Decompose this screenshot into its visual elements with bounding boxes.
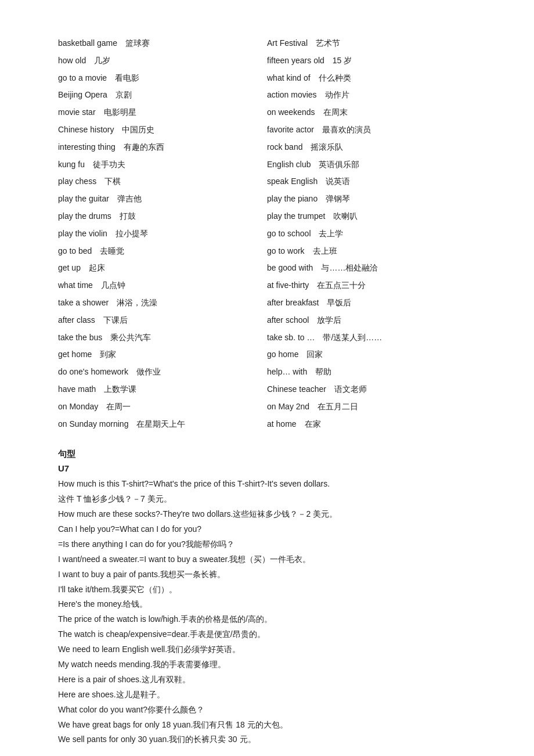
sentence-line: 这件 T 恤衫多少钱？－7 美元。	[58, 492, 476, 507]
sentence-line: What color do you want?你要什么颜色？	[58, 703, 476, 718]
vocab-item: help… with 帮助	[267, 363, 476, 381]
sentence-line: Here is a pair of shoes.这儿有双鞋。	[58, 672, 476, 687]
vocab-right-column: Art Festival 艺术节fifteen years old 15 岁wh…	[267, 35, 476, 433]
sentences-section: 句型 U7 How much is this T-shirt?=What's t…	[58, 449, 476, 747]
vocab-left-column: basketball game 篮球赛how old 几岁go to a mov…	[58, 35, 267, 433]
vocab-item: interesting thing 有趣的东西	[58, 139, 267, 156]
vocab-item: action movies 动作片	[267, 87, 476, 104]
sentence-line: Here are shoes.这儿是鞋子。	[58, 687, 476, 703]
sentence-line: =Is there anything I can do for you?我能帮你…	[58, 537, 476, 552]
vocab-item: go to a movie 看电影	[58, 70, 267, 87]
vocab-item: at five-thirty 在五点三十分	[267, 277, 476, 294]
sentence-line: I'll take it/them.我要买它（们）。	[58, 582, 476, 597]
vocab-item: play the piano 弹钢琴	[267, 190, 476, 208]
vocab-item: Chinese history 中国历史	[58, 121, 267, 139]
vocab-item: play the drums 打鼓	[58, 208, 267, 225]
vocab-item: what kind of 什么种类	[267, 70, 476, 87]
vocabulary-section: basketball game 篮球赛how old 几岁go to a mov…	[58, 35, 476, 433]
vocab-item: play the violin 拉小提琴	[58, 225, 267, 243]
vocab-item: take a shower 淋浴，洗澡	[58, 294, 267, 312]
sentence-line: We have great bags for only 18 yuan.我们有只…	[58, 718, 476, 733]
vocab-item: play the trumpet 吹喇叭	[267, 208, 476, 225]
sentence-line: The price of the watch is low/high.手表的价格…	[58, 612, 476, 627]
sentence-line: My watch needs mending.我的手表需要修理。	[58, 657, 476, 672]
sentence-line: I want to buy a pair of pants.我想买一条长裤。	[58, 567, 476, 582]
vocab-item: on May 2nd 在五月二日	[267, 398, 476, 416]
vocab-item: be good with 与……相处融洽	[267, 260, 476, 277]
vocab-item: favorite actor 最喜欢的演员	[267, 121, 476, 139]
vocab-item: rock band 摇滚乐队	[267, 139, 476, 156]
vocab-item: go home 回家	[267, 346, 476, 363]
vocab-item: take the bus 乘公共汽车	[58, 329, 267, 347]
sentence-line: We need to learn English well.我们必须学好英语。	[58, 642, 476, 657]
vocab-item: at home 在家	[267, 416, 476, 433]
vocab-item: how old 几岁	[58, 52, 267, 70]
vocab-item: on Monday 在周一	[58, 398, 267, 416]
vocab-item: go to school 去上学	[267, 225, 476, 243]
sentences-container: How much is this T-shirt?=What's the pri…	[58, 477, 476, 747]
vocab-item: on weekends 在周末	[267, 104, 476, 121]
vocab-item: play chess 下棋	[58, 173, 267, 190]
sentence-line: How much is this T-shirt?=What's the pri…	[58, 477, 476, 492]
vocab-item: after school 放学后	[267, 312, 476, 329]
section-title: 句型	[58, 449, 476, 460]
vocab-item: have math 上数学课	[58, 381, 267, 398]
vocab-item: English club 英语俱乐部	[267, 156, 476, 174]
vocab-item: do one's homework 做作业	[58, 363, 267, 381]
unit-label: U7	[58, 463, 476, 473]
vocab-item: take sb. to … 带/送某人到……	[267, 329, 476, 347]
vocab-item: after breakfast 早饭后	[267, 294, 476, 312]
vocab-item: Art Festival 艺术节	[267, 35, 476, 52]
vocab-item: what time 几点钟	[58, 277, 267, 294]
sentence-line: I want/need a sweater.=I want to buy a s…	[58, 552, 476, 567]
vocab-item: go to bed 去睡觉	[58, 243, 267, 260]
vocab-item: Beijing Opera 京剧	[58, 87, 267, 104]
vocab-item: go to work 去上班	[267, 243, 476, 260]
sentence-line: Can I help you?=What can I do for you?	[58, 522, 476, 537]
sentence-line: How much are these socks?-They're two do…	[58, 507, 476, 522]
vocab-item: get up 起床	[58, 260, 267, 277]
vocab-item: Chinese teacher 语文老师	[267, 381, 476, 398]
vocab-item: speak English 说英语	[267, 173, 476, 190]
vocab-item: play the guitar 弹吉他	[58, 190, 267, 208]
sentence-line: Here's the money.给钱。	[58, 597, 476, 612]
vocab-item: after class 下课后	[58, 312, 267, 329]
vocab-item: fifteen years old 15 岁	[267, 52, 476, 70]
vocab-item: basketball game 篮球赛	[58, 35, 267, 52]
sentence-line: We sell pants for only 30 yuan.我们的长裤只卖 3…	[58, 732, 476, 747]
vocab-item: on Sunday morning 在星期天上午	[58, 416, 267, 433]
vocab-item: kung fu 徒手功夫	[58, 156, 267, 174]
vocab-item: movie star 电影明星	[58, 104, 267, 121]
sentence-line: The watch is cheap/expensive=dear.手表是便宜/…	[58, 627, 476, 642]
vocab-item: get home 到家	[58, 346, 267, 363]
